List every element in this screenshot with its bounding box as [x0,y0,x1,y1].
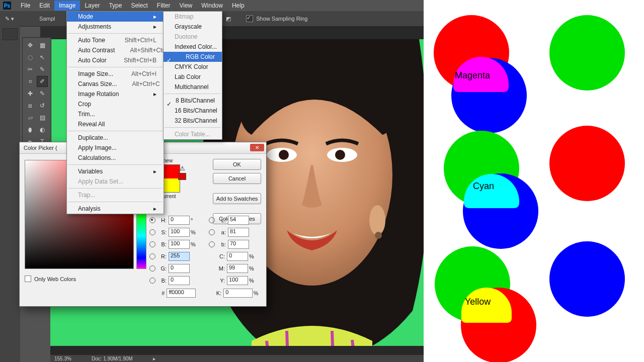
menu-image[interactable]: Image [54,1,80,11]
rail-btn[interactable] [3,28,18,40]
menu-item[interactable]: Lab Color [164,72,222,82]
menu-item[interactable]: Mode [67,12,164,22]
menu-item[interactable]: Duplicate... [67,133,164,143]
menu-item[interactable]: Crop [67,99,164,109]
bl-radio[interactable] [149,278,155,284]
crop-tool-icon[interactable]: ⌗ [25,76,36,87]
menu-view[interactable]: View [175,1,197,11]
close-icon[interactable]: ✕ [250,144,264,151]
history-brush-icon[interactable]: ↺ [37,100,48,111]
eyedropper-tool-icon[interactable]: ✐ [37,76,48,87]
dialog-title: Color Picker ( [24,145,57,151]
zoom-level[interactable]: 155.3% [54,356,71,361]
menu-item[interactable]: Grayscale [164,22,222,32]
s-radio[interactable] [149,229,155,235]
yellow-label: Yellow [465,297,491,307]
svg-point-6 [369,205,385,235]
lab-b-field[interactable]: 70 [228,240,249,249]
menu-layer[interactable]: Layer [80,1,104,11]
eraser-tool-icon[interactable]: ▱ [25,112,36,123]
ok-button[interactable]: OK [213,159,261,170]
cancel-button[interactable]: Cancel [213,173,261,184]
menu-item[interactable]: Apply Image... [67,143,164,153]
only-web-label: Only Web Colors [34,276,76,282]
heal-tool-icon[interactable]: ✚ [25,88,36,99]
menu-item[interactable]: RGB Color [164,52,222,62]
menu-item[interactable]: 16 Bits/Channel [164,106,222,116]
magenta-label: Magenta [455,70,490,81]
r-field[interactable]: 255 [169,252,190,261]
s-field[interactable]: 100 [169,228,190,237]
menu-item[interactable]: Analysis [67,204,164,214]
blue-field[interactable]: 0 [169,276,190,285]
menu-item[interactable]: Trim... [67,109,164,119]
menu-type[interactable]: Type [104,1,126,11]
l-field[interactable]: 54 [228,216,249,225]
artboard-tool-icon[interactable]: ▦ [37,40,48,51]
menu-item[interactable]: 8 Bits/Channel [164,96,222,106]
l-radio[interactable] [209,217,215,223]
stamp-tool-icon[interactable]: ⧈ [25,100,36,111]
gamut-warning-icon[interactable]: ⚠ [178,165,187,172]
menu-item[interactable]: Auto ToneShift+Ctrl+L [67,35,164,45]
g-radio[interactable] [149,265,155,272]
ref-solo-blue [549,241,625,317]
hex-field[interactable]: ff0000 [167,289,195,298]
menu-item[interactable]: Multichannel [164,82,222,92]
quickselect-tool-icon[interactable]: ✎ [37,64,48,75]
marquee-tool-icon[interactable]: ◌ [25,52,36,63]
status-arrow-icon[interactable]: ▸ [153,356,155,361]
gamut-swatch[interactable] [178,173,186,180]
bval-field[interactable]: 100 [169,240,190,249]
gradient-tool-icon[interactable]: ▤ [37,112,48,123]
h-radio[interactable] [149,217,155,223]
a-field[interactable]: 81 [228,228,249,237]
a-radio[interactable] [209,229,215,235]
ref-solo-green [549,15,625,90]
menu-item[interactable]: Image Size...Alt+Ctrl+I [67,69,164,79]
menu-item[interactable]: Auto ContrastAlt+Shift+Ctrl+L [67,45,164,55]
dodge-tool-icon[interactable]: ◐ [37,124,48,135]
m-field[interactable]: 99 [227,264,248,273]
r-radio[interactable] [149,253,155,259]
menu-item[interactable]: Auto ColorShift+Ctrl+B [67,55,164,65]
b-radio[interactable] [149,241,155,247]
menu-file[interactable]: File [16,1,35,11]
option-swatch2[interactable]: ◩ [226,16,231,22]
menu-item[interactable]: 32 Bits/Channel [164,116,222,126]
blur-tool-icon[interactable]: ⬮ [25,124,36,135]
menu-window[interactable]: Window [197,1,227,11]
h-field[interactable]: 0 [169,216,190,225]
menu-item[interactable]: Indexed Color... [164,42,222,52]
mode-submenu-dropdown: BitmapGrayscaleDuotoneIndexed Color...RG… [163,11,222,140]
menu-item[interactable]: Calculations... [67,153,164,163]
menu-item: Bitmap [164,12,222,22]
menu-item: Duotone [164,32,222,42]
move-tool-icon[interactable]: ✥ [25,40,36,51]
menu-item[interactable]: CMYK Color [164,62,222,72]
y-field[interactable]: 100 [227,276,248,285]
menu-item: Apply Data Set... [67,176,164,187]
menu-item[interactable]: Variables [67,166,164,176]
lasso-tool-icon[interactable]: ✂ [25,64,36,75]
c-field[interactable]: 0 [227,252,248,261]
menu-item[interactable]: Adjustments [67,22,164,32]
lab-b-radio[interactable] [209,241,215,247]
g-field[interactable]: 0 [169,264,190,273]
menu-select[interactable]: Select [126,1,152,11]
menu-item[interactable]: Reveal All [67,119,164,129]
menu-item[interactable]: Image Rotation [67,89,164,99]
sampling-ring-checkbox[interactable] [246,15,253,22]
doc-size[interactable]: Doc: 1.90M/1.90M [92,356,133,361]
only-web-checkbox[interactable] [25,276,31,282]
selection-tool-icon[interactable]: ↖ [37,52,48,63]
menu-help[interactable]: Help [227,1,249,11]
photoshop-app: Ps File Edit Image Layer Type Select Fil… [0,0,424,362]
menu-item[interactable]: Canvas Size...Alt+Ctrl+C [67,79,164,89]
brush-tool-icon[interactable]: ✎ [37,88,48,99]
menu-edit[interactable]: Edit [35,1,54,11]
k-field[interactable]: 0 [223,289,252,298]
add-swatches-button[interactable]: Add to Swatches [213,193,261,204]
tool-preset-icon[interactable]: ✎ ▾ [5,16,14,22]
menu-filter[interactable]: Filter [152,1,175,11]
